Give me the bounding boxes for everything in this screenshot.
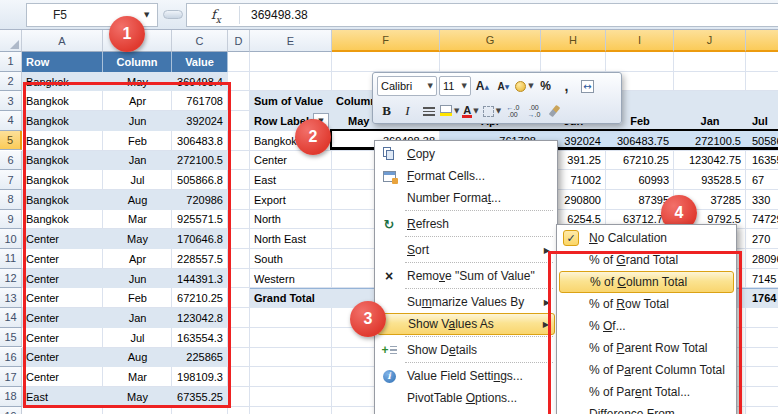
column-header-D[interactable]: D [228,30,250,52]
source-cell-r2-c1[interactable]: May [103,72,172,92]
source-cell-r18-c2[interactable]: 67355.25 [172,387,228,407]
menu-item-format-cells[interactable]: Format Cells... [377,165,555,187]
autofit-button[interactable]: ↔ [578,76,597,96]
row-header-17[interactable]: 17 [0,367,22,387]
source-cell-r9-c2[interactable]: 925571.5 [172,210,228,230]
menu-item-refresh[interactable]: ↻Refresh [377,213,555,235]
source-cell-r14-c2[interactable]: 123042.8 [172,308,228,328]
row-header-19[interactable]: 19 [0,407,22,414]
accounting-format-button[interactable]: ▼ [515,76,534,96]
source-cell-r12-c1[interactable]: Jun [103,269,172,289]
source-cell-r3-c1[interactable]: Apr [103,91,172,111]
borders-button[interactable]: ▼ [482,101,501,121]
pivot-cell-north-jul[interactable]: 74729 [746,210,778,230]
fill-color-button[interactable]: ▼ [440,101,459,121]
menu-item-copy[interactable]: Copy [377,143,555,165]
source-cell-r4-c1[interactable]: Jun [103,111,172,131]
percent-style-button[interactable]: % [536,76,555,96]
column-header-E[interactable]: E [250,30,332,52]
row-header-7[interactable]: 7 [0,170,22,190]
pivot-row-label-north-east[interactable]: North East [250,229,332,249]
font-color-button[interactable]: A▼ [461,101,480,121]
source-cell-r3-c0[interactable]: Bangkok [22,91,103,111]
source-cell-r8-c2[interactable]: 720986 [172,190,228,210]
submenu-item-of-parent-row-total[interactable]: % of Parent Row Total [559,337,734,359]
submenu-item-of-parent-total[interactable]: % of Parent Total... [559,381,734,403]
source-cell-r14-c0[interactable]: Center [22,308,103,328]
source-cell-r8-c1[interactable]: Aug [103,190,172,210]
row-header-5[interactable]: 5 [0,131,22,151]
source-cell-r10-c2[interactable]: 170646.8 [172,229,228,249]
menu-item-sort[interactable]: Sort▶ [377,239,555,261]
source-cell-r11-c1[interactable]: Apr [103,249,172,269]
column-header-A[interactable]: A [22,30,103,52]
menu-item-value-field-settings[interactable]: iValue Field Settings... [377,365,555,387]
menu-item-summarize-values-by[interactable]: Summarize Values By▶ [377,291,555,313]
pivot-cell-east-jul[interactable]: 67 [746,170,778,190]
pivot-cell-center-jan[interactable]: 123042.75 [674,151,746,171]
menu-item-field-list[interactable] [377,409,555,414]
source-cell-r17-c2[interactable]: 198109.3 [172,367,228,387]
row-header-10[interactable]: 10 [0,229,22,249]
source-cell-r15-c0[interactable]: Center [22,328,103,348]
menu-item-show-values-as[interactable]: Show Values As▶ [377,313,555,335]
source-cell-r16-c2[interactable]: 225865 [172,348,228,368]
pivot-row-label-east[interactable]: East [250,170,332,190]
pivot-row-label-export[interactable]: Export [250,190,332,210]
menu-item-number-format[interactable]: Number Format... [377,187,555,209]
submenu-item-of[interactable]: % Of... [559,315,734,337]
row-header-1[interactable]: 1 [0,52,22,72]
source-cell-r15-c2[interactable]: 163554.3 [172,328,228,348]
row-header-8[interactable]: 8 [0,190,22,210]
source-cell-r9-c0[interactable]: Bangkok [22,210,103,230]
source-cell-r13-c1[interactable]: Feb [103,288,172,308]
pivot-cell-east-feb[interactable]: 60993 [606,170,674,190]
source-cell-r5-c0[interactable]: Bangkok [22,131,103,151]
source-cell-r6-c2[interactable]: 272100.5 [172,151,228,171]
pivot-cell-north-east-jul[interactable]: 270 [746,229,778,249]
submenu-item-of-parent-column-total[interactable]: % of Parent Column Total [559,359,734,381]
column-header-K[interactable]: K [746,30,778,52]
source-cell-r6-c1[interactable]: Jan [103,151,172,171]
source-cell-r11-c0[interactable]: Center [22,249,103,269]
row-header-13[interactable]: 13 [0,288,22,308]
source-cell-r11-c2[interactable]: 228557.5 [172,249,228,269]
source-cell-r16-c0[interactable]: Center [22,348,103,368]
source-cell-r2-c0[interactable]: Bangkok [22,72,103,92]
select-all-corner[interactable] [0,30,22,52]
source-cell-r7-c2[interactable]: 505866.8 [172,170,228,190]
row-header-12[interactable]: 12 [0,269,22,289]
name-box-dropdown-icon[interactable]: ▼ [144,11,149,19]
font-decrease-button[interactable]: A▼ [494,76,513,96]
source-cell-r3-c2[interactable]: 761708 [172,91,228,111]
source-cell-r17-c0[interactable]: Center [22,367,103,387]
italic-button[interactable]: I [398,101,417,121]
formula-value[interactable]: 369498.38 [251,4,308,26]
source-cell-r4-c0[interactable]: Bangkok [22,111,103,131]
source-cell-r12-c2[interactable]: 144391.3 [172,269,228,289]
source-cell-r7-c0[interactable]: Bangkok [22,170,103,190]
row-header-2[interactable]: 2 [0,72,22,92]
column-header-F[interactable]: F [332,30,440,52]
source-cell-r12-c0[interactable]: Center [22,269,103,289]
column-header-G[interactable]: G [440,30,541,52]
submenu-item-of-column-total[interactable]: % of Column Total [559,271,734,293]
decrease-decimal-button[interactable]: .00→.0 [524,101,543,121]
source-cell-r18-c1[interactable]: May [103,387,172,407]
submenu-item-of-row-total[interactable]: % of Row Total [559,293,734,315]
font-increase-button[interactable]: A▲ [473,76,492,96]
source-cell-r6-c0[interactable]: Bangkok [22,151,103,171]
source-cell-r13-c0[interactable]: Center [22,288,103,308]
source-cell-r9-c1[interactable]: Mar [103,210,172,230]
submenu-item-of-grand-total[interactable]: % of Grand Total [559,249,734,271]
formula-bar[interactable]: fx 369498.38 [186,3,778,27]
source-cell-r5-c2[interactable]: 306483.8 [172,131,228,151]
pivot-cell-center-feb[interactable]: 67210.25 [606,151,674,171]
column-header-C[interactable]: C [172,30,228,52]
row-header-9[interactable]: 9 [0,210,22,230]
pivot-cell-bangkok-jan[interactable]: 272100.5 [674,131,746,151]
pivot-cell-center-jul[interactable]: 163554 [746,151,778,171]
submenu-item-no-calculation[interactable]: ✓No Calculation [559,227,734,249]
pivot-cell-east-jan[interactable]: 93528.5 [674,170,746,190]
source-cell-r15-c1[interactable]: Jul [103,328,172,348]
